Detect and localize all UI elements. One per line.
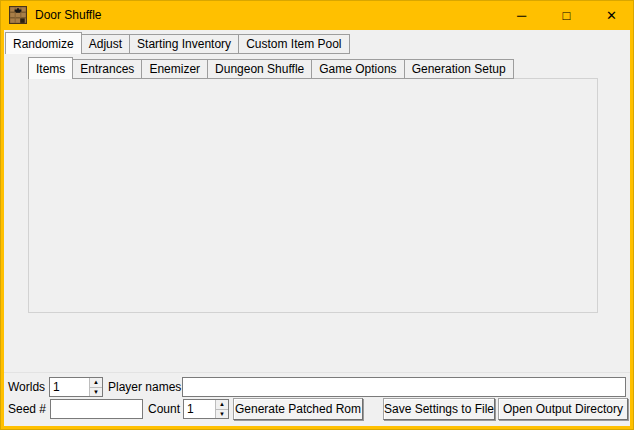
minimize-icon[interactable]: ─ [499, 0, 544, 30]
titlebar: Door Shuffle ─ □ ✕ [0, 0, 634, 30]
seed-label: Seed # [8, 399, 46, 419]
tab-adjust[interactable]: Adjust [81, 34, 130, 54]
outer-tab-bar: Randomize Adjust Starting Inventory Cust… [5, 32, 350, 54]
player-names-input[interactable] [182, 377, 626, 397]
worlds-label: Worlds [8, 377, 45, 397]
generate-patched-rom-button[interactable]: Generate Patched Rom [233, 398, 363, 420]
tab-entrances[interactable]: Entrances [72, 59, 142, 79]
count-value: 1 [184, 400, 215, 418]
spinner-arrows: ▲ ▼ [89, 378, 102, 396]
items-pane [28, 78, 598, 313]
maximize-icon[interactable]: □ [544, 0, 589, 30]
seed-input[interactable] [50, 399, 143, 419]
count-spinner[interactable]: 1 ▲ ▼ [183, 399, 229, 419]
count-label: Count [148, 399, 180, 419]
tab-custom-item-pool[interactable]: Custom Item Pool [238, 34, 349, 54]
spinner-arrows: ▲ ▼ [215, 400, 228, 418]
worlds-spinner[interactable]: 1 ▲ ▼ [49, 377, 103, 397]
save-settings-button[interactable]: Save Settings to File [383, 398, 495, 420]
bottom-separator [4, 372, 630, 373]
tab-generation-setup[interactable]: Generation Setup [404, 59, 514, 79]
close-icon[interactable]: ✕ [589, 0, 634, 30]
player-names-label: Player names [108, 377, 181, 397]
tab-dungeon-shuffle[interactable]: Dungeon Shuffle [207, 59, 312, 79]
door-icon [9, 6, 27, 24]
spin-down-icon[interactable]: ▼ [216, 410, 228, 419]
tab-game-options[interactable]: Game Options [311, 59, 404, 79]
window-controls: ─ □ ✕ [499, 0, 634, 30]
worlds-value: 1 [50, 378, 89, 396]
tab-enemizer[interactable]: Enemizer [141, 59, 208, 79]
spin-up-icon[interactable]: ▲ [90, 378, 102, 388]
inner-tab-bar: Items Entrances Enemizer Dungeon Shuffle… [28, 57, 514, 79]
tab-starting-inventory[interactable]: Starting Inventory [129, 34, 239, 54]
tab-randomize[interactable]: Randomize [5, 32, 82, 54]
tab-items[interactable]: Items [28, 57, 73, 79]
window-content: Randomize Adjust Starting Inventory Cust… [4, 30, 630, 426]
spin-down-icon[interactable]: ▼ [90, 388, 102, 397]
spin-up-icon[interactable]: ▲ [216, 400, 228, 410]
window-title: Door Shuffle [35, 8, 102, 22]
open-output-directory-button[interactable]: Open Output Directory [498, 398, 628, 420]
app-window: Door Shuffle ─ □ ✕ Randomize Adjust Star… [0, 0, 634, 430]
